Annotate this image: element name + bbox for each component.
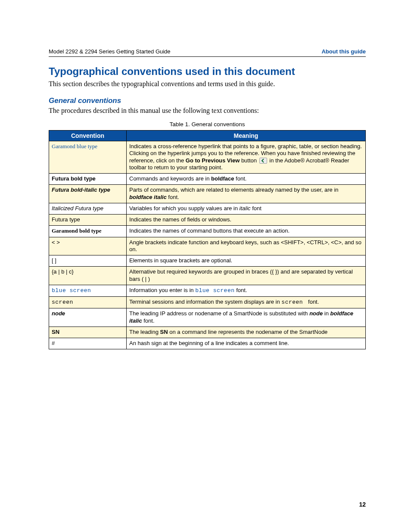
table-row: {a | b | c}Alternative but required keyw… — [49, 267, 366, 285]
convention-cell: Futura bold type — [49, 174, 127, 185]
col-header-meaning: Meaning — [127, 131, 366, 141]
table-row: Futura bold typeCommands and keywords ar… — [49, 174, 366, 185]
subsection-intro: The procedures described in this manual … — [49, 106, 366, 115]
table-row: SNThe leading SN on a command line repre… — [49, 327, 366, 338]
convention-cell: blue screen — [49, 285, 127, 296]
convention-cell: [ ] — [49, 255, 127, 267]
header-rule — [49, 56, 366, 57]
meaning-cell: Alternative but required keywords are gr… — [127, 267, 366, 285]
convention-cell: {a | b | c} — [49, 267, 127, 285]
meaning-cell: The leading SN on a command line represe… — [127, 327, 366, 338]
table-row: Futura typeIndicates the names of fields… — [49, 215, 366, 226]
meaning-cell: Indicates the names of fields or windows… — [127, 215, 366, 226]
header-right: About this guide — [321, 48, 366, 55]
table-row: Garamond blue typeIndicates a cross-refe… — [49, 141, 366, 174]
meaning-cell: Terminal sessions and information the sy… — [127, 297, 366, 308]
convention-cell: Futura type — [49, 215, 127, 226]
meaning-cell: Information you enter is in blue screen … — [127, 285, 366, 296]
conventions-table: Convention Meaning Garamond blue typeInd… — [49, 130, 366, 349]
table-row: [ ]Elements in square brackets are optio… — [49, 255, 366, 267]
convention-cell: Garamond blue type — [49, 141, 127, 174]
table-row: < >Angle brackets indicate function and … — [49, 237, 366, 255]
meaning-cell: Indicates a cross-reference hyperlink th… — [127, 141, 366, 174]
convention-cell: node — [49, 308, 127, 327]
convention-cell: screen — [49, 297, 127, 308]
meaning-cell: Commands and keywords are in boldface fo… — [127, 174, 366, 185]
meaning-cell: Indicates the names of command buttons t… — [127, 226, 366, 237]
page-number: 12 — [359, 501, 366, 508]
meaning-cell: Parts of commands, which are related to … — [127, 185, 366, 203]
go-to-previous-view-icon — [259, 158, 267, 164]
section-title: Typographical conventions used in this d… — [49, 65, 366, 78]
subsection-title: General conventions — [49, 96, 366, 105]
convention-cell: < > — [49, 237, 127, 255]
table-row: Italicized Futura typeVariables for whic… — [49, 203, 366, 214]
table-caption: Table 1. General conventions — [49, 121, 366, 128]
section-intro: This section describes the typographical… — [49, 79, 366, 89]
table-row: screenTerminal sessions and information … — [49, 297, 366, 308]
table-row: Futura bold-italic typeParts of commands… — [49, 185, 366, 203]
table-row: #An hash sign at the beginning of a line… — [49, 338, 366, 349]
table-row: Garamond bold typeIndicates the names of… — [49, 226, 366, 237]
meaning-cell: An hash sign at the beginning of a line … — [127, 338, 366, 349]
convention-cell: Italicized Futura type — [49, 203, 127, 214]
meaning-cell: Elements in square brackets are optional… — [127, 255, 366, 267]
convention-cell: Garamond bold type — [49, 226, 127, 237]
header-left: Model 2292 & 2294 Series Getting Started… — [49, 48, 171, 55]
meaning-cell: The leading IP address or nodename of a … — [127, 308, 366, 327]
running-header: Model 2292 & 2294 Series Getting Started… — [49, 48, 366, 55]
col-header-convention: Convention — [49, 131, 127, 141]
convention-cell: Futura bold-italic type — [49, 185, 127, 203]
convention-cell: # — [49, 338, 127, 349]
table-row: blue screenInformation you enter is in b… — [49, 285, 366, 296]
meaning-cell: Variables for which you supply values ar… — [127, 203, 366, 214]
table-row: nodeThe leading IP address or nodename o… — [49, 308, 366, 327]
meaning-cell: Angle brackets indicate function and key… — [127, 237, 366, 255]
convention-cell: SN — [49, 327, 127, 338]
